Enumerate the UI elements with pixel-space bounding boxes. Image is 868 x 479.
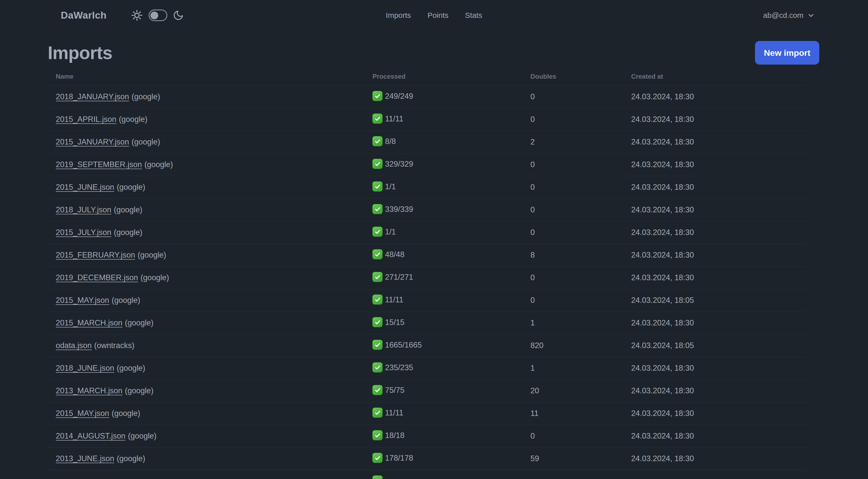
green-check-icon <box>372 317 382 327</box>
table-row: 2019_SEPTEMBER.json(google) 329/329 0 24… <box>48 153 807 176</box>
name-cell: 2015_MARCH.json(google) <box>48 311 372 334</box>
page-header: Imports New import <box>48 38 819 68</box>
import-file-link[interactable]: 2018_JULY.json <box>56 205 111 214</box>
column-header-doubles: Doubles <box>530 68 631 85</box>
table-row: 2019_DECEMBER.json(google) 271/271 0 24.… <box>48 266 807 289</box>
name-cell: 2019_SEPTEMBER.json(google) <box>48 153 372 176</box>
created-at-cell: 24.03.2024, 18:05 <box>631 289 807 311</box>
top-navbar: DaWarIch Imports Points Stats ab@cd.com <box>0 0 868 31</box>
nav-link-imports[interactable]: Imports <box>386 11 411 20</box>
import-file-link[interactable]: 2015_MAY.json <box>56 296 109 305</box>
green-check-icon <box>372 362 382 372</box>
import-source-label: (google) <box>145 160 173 169</box>
name-cell <box>48 470 372 479</box>
column-header-created-at: Created at <box>631 68 807 85</box>
import-file-link[interactable]: 2015_MARCH.json <box>56 319 122 327</box>
import-file-link[interactable]: 2015_JUNE.json <box>56 183 114 191</box>
green-check-icon <box>372 453 382 463</box>
name-cell: 2014_AUGUST.json(google) <box>48 425 372 447</box>
doubles-cell: 0 <box>530 108 631 131</box>
import-file-link[interactable]: odata.json <box>56 341 92 350</box>
processed-count: 178/178 <box>385 454 413 462</box>
created-at-cell: 24.03.2024, 18:30 <box>631 176 807 199</box>
green-check-icon <box>372 249 382 259</box>
name-cell: odata.json(owntracks) <box>48 334 372 357</box>
table-row: 2015_MAY.json(google) 11/11 11 24.03.202… <box>48 402 807 425</box>
name-cell: 2015_APRIL.json(google) <box>48 108 372 131</box>
processed-count: 1/1 <box>385 182 396 191</box>
import-file-link[interactable]: 2015_JULY.json <box>56 228 111 237</box>
created-at-cell: 24.03.2024, 18:30 <box>631 85 807 108</box>
green-check-icon <box>372 181 382 191</box>
nav-links: Imports Points Stats <box>386 0 482 31</box>
processed-cell: 339/339 <box>372 199 530 221</box>
green-check-icon <box>372 295 382 305</box>
processed-cell: 11/11 <box>372 402 530 425</box>
page-title: Imports <box>48 42 112 63</box>
import-file-link[interactable]: 2014_AUGUST.json <box>56 431 125 440</box>
chevron-down-icon <box>807 11 815 19</box>
processed-cell: 329/329 <box>372 153 530 176</box>
import-file-link[interactable]: 2018_JUNE.json <box>56 364 114 372</box>
sun-icon <box>131 9 143 22</box>
theme-toggle-switch[interactable] <box>149 9 167 21</box>
name-cell: 2015_MAY.json(google) <box>48 402 372 425</box>
import-source-label: (google) <box>141 273 169 282</box>
processed-count: 235/235 <box>385 363 413 372</box>
import-source-label: (google) <box>119 115 148 124</box>
created-at-cell: 24.03.2024, 18:30 <box>631 131 807 153</box>
theme-toggle[interactable] <box>131 9 184 22</box>
import-source-label: (google) <box>128 431 156 440</box>
user-menu[interactable]: ab@cd.com <box>763 11 815 20</box>
import-file-link[interactable]: 2015_APRIL.json <box>56 115 116 124</box>
import-file-link[interactable]: 2019_DECEMBER.json <box>56 273 138 282</box>
doubles-cell: 0 <box>530 289 631 311</box>
nav-link-points[interactable]: Points <box>428 11 448 20</box>
moon-icon <box>173 10 184 21</box>
import-source-label: (google) <box>137 250 166 259</box>
import-source-label: (google) <box>125 319 153 327</box>
table-row: 2015_MAY.json(google) 11/11 0 24.03.2024… <box>48 289 807 311</box>
theme-toggle-knob <box>150 11 158 19</box>
green-check-icon <box>372 385 382 395</box>
green-check-icon <box>372 430 382 440</box>
import-file-link[interactable]: 2013_MARCH.json <box>56 386 122 395</box>
green-check-icon <box>372 340 382 350</box>
green-check-icon <box>372 272 382 282</box>
processed-cell: 8/8 <box>372 131 530 153</box>
import-file-link[interactable]: 2018_JANUARY.json <box>56 92 129 101</box>
processed-cell: 1/1 <box>372 176 530 199</box>
doubles-cell: 0 <box>530 266 631 289</box>
processed-cell: 18/18 <box>372 425 530 447</box>
import-source-label: (google) <box>117 183 146 191</box>
import-source-label: (google) <box>112 409 141 418</box>
imports-table-body: 2018_JANUARY.json(google) 249/249 0 24.0… <box>48 85 807 479</box>
processed-count: 8/8 <box>385 137 396 146</box>
doubles-cell <box>530 470 631 479</box>
import-file-link[interactable]: 2015_FEBRUARY.json <box>56 250 135 259</box>
nav-link-stats[interactable]: Stats <box>465 11 482 20</box>
new-import-button[interactable]: New import <box>755 41 819 65</box>
name-cell: 2018_JULY.json(google) <box>48 199 372 221</box>
import-file-link[interactable]: 2013_JUNE.json <box>56 454 114 463</box>
import-file-link[interactable]: 2015_MAY.json <box>56 409 109 418</box>
processed-cell: 11/11 <box>372 108 530 131</box>
imports-page: Imports New import Name Processed Double… <box>0 38 868 479</box>
processed-count: 249/249 <box>385 92 413 100</box>
table-row: 2015_FEBRUARY.json(google) 48/48 8 24.03… <box>48 244 807 266</box>
import-file-link[interactable]: 2019_SEPTEMBER.json <box>56 160 142 169</box>
doubles-cell: 2 <box>530 131 631 153</box>
created-at-cell: 24.03.2024, 18:05 <box>631 334 807 357</box>
green-check-icon <box>372 159 382 169</box>
import-file-link[interactable]: 2015_JANUARY.json <box>56 138 129 146</box>
table-row: 2018_JUNE.json(google) 235/235 1 24.03.2… <box>48 357 807 380</box>
brand-logo[interactable]: DaWarIch <box>61 10 106 21</box>
table-row: 2013_JUNE.json(google) 178/178 59 24.03.… <box>48 447 807 470</box>
created-at-cell: 24.03.2024, 18:30 <box>631 153 807 176</box>
processed-count: 329/329 <box>385 159 413 169</box>
import-source-label: (google) <box>132 138 160 146</box>
processed-cell: 1/1 <box>372 221 530 244</box>
user-email: ab@cd.com <box>763 11 803 20</box>
processed-count: 75/75 <box>385 386 405 394</box>
created-at-cell: 24.03.2024, 18:30 <box>631 244 807 266</box>
